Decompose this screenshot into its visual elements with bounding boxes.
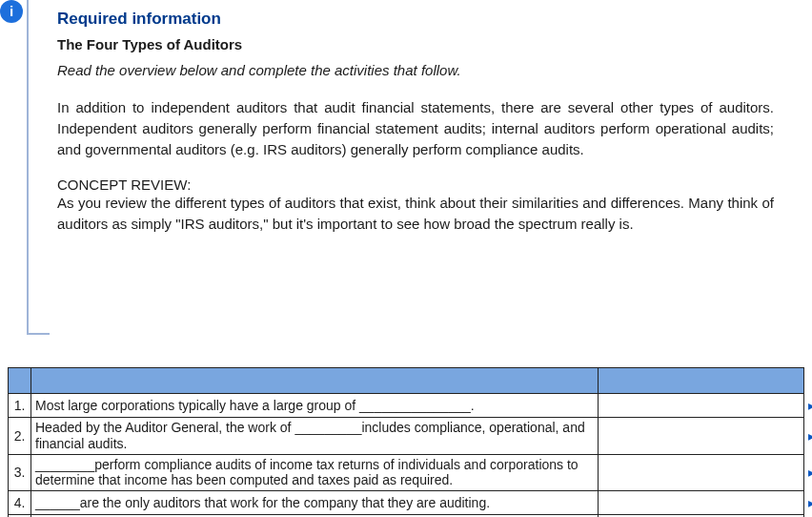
page-root: i Required information The Four Types of…	[0, 0, 812, 517]
answer-cell[interactable]: ▸	[599, 454, 804, 491]
answer-input[interactable]	[602, 463, 800, 482]
answer-cell[interactable]: ▸	[599, 491, 804, 515]
question-number: 2.	[9, 418, 31, 455]
info-icon[interactable]: i	[0, 0, 23, 23]
answer-cell[interactable]: ▸	[599, 418, 804, 455]
answer-cell[interactable]: ▸	[599, 394, 804, 418]
overview-paragraph: In addition to independent auditors that…	[57, 97, 774, 159]
questions-table-region: 1. Most large corporations typically hav…	[8, 367, 804, 517]
question-prompt: Headed by the Auditor General, the work …	[31, 418, 599, 455]
table-row: 1. Most large corporations typically hav…	[9, 394, 804, 418]
card-instructions: Read the overview below and complete the…	[57, 62, 774, 78]
required-information-card: Required information The Four Types of A…	[50, 0, 789, 261]
chevron-right-icon: ▸	[808, 428, 812, 444]
concept-review-heading: CONCEPT REVIEW:	[57, 176, 774, 193]
header-cell-prompt	[31, 368, 599, 394]
table-header-row	[9, 368, 804, 394]
question-prompt: ________perform compliance audits of inc…	[31, 454, 599, 491]
card-subtitle: The Four Types of Auditors	[57, 36, 774, 52]
table-row: 2. Headed by the Auditor General, the wo…	[9, 418, 804, 455]
header-cell-answer	[599, 368, 804, 394]
answer-input[interactable]	[602, 493, 800, 512]
chevron-right-icon: ▸	[808, 465, 812, 480]
question-prompt: ______are the only auditors that work fo…	[31, 491, 599, 515]
question-number: 1.	[9, 394, 31, 418]
header-cell-num	[9, 368, 31, 394]
concept-review-body: As you review the different types of aud…	[57, 193, 774, 235]
question-number: 3.	[9, 454, 31, 491]
connector-line-vertical	[27, 0, 29, 333]
answer-input[interactable]	[602, 426, 800, 445]
required-information-title: Required information	[57, 10, 774, 29]
chevron-right-icon: ▸	[808, 398, 812, 413]
table-row: 4. ______are the only auditors that work…	[9, 491, 804, 515]
chevron-right-icon: ▸	[808, 495, 812, 510]
answer-input[interactable]	[602, 396, 800, 415]
questions-table: 1. Most large corporations typically hav…	[8, 367, 804, 517]
connector-line-horizontal	[27, 333, 50, 335]
table-row: 3. ________perform compliance audits of …	[9, 454, 804, 491]
question-number: 4.	[9, 491, 31, 515]
question-prompt: Most large corporations typically have a…	[31, 394, 599, 418]
